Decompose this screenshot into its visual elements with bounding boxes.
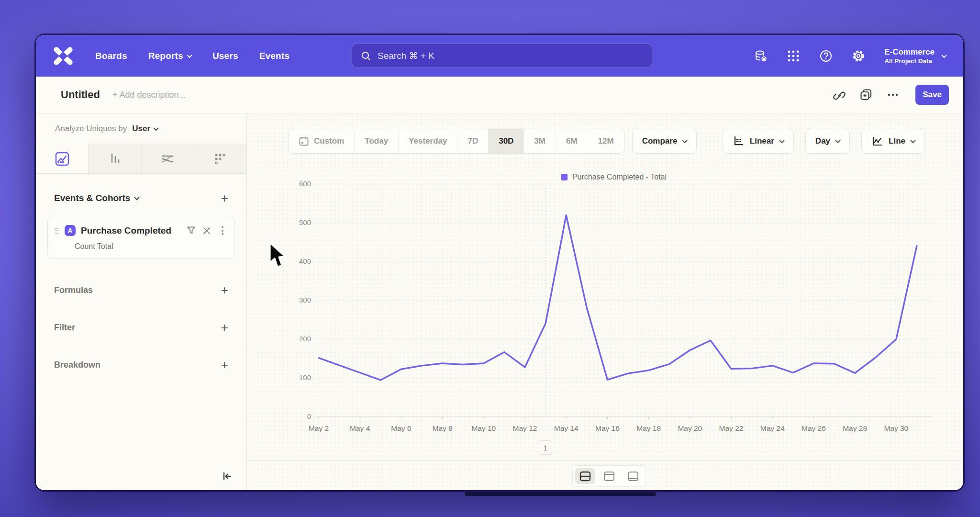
event-card[interactable]: A Purchase Completed bbox=[47, 217, 235, 259]
svg-text:300: 300 bbox=[299, 296, 311, 304]
svg-text:May 20: May 20 bbox=[678, 424, 702, 432]
svg-text:May 14: May 14 bbox=[554, 424, 579, 432]
svg-text:May 16: May 16 bbox=[595, 424, 620, 432]
search-input[interactable]: Search ⌘ + K bbox=[352, 44, 652, 68]
svg-text:May 18: May 18 bbox=[636, 424, 661, 432]
svg-text:May 22: May 22 bbox=[719, 424, 744, 432]
svg-text:May 26: May 26 bbox=[802, 424, 826, 432]
chevron-down-icon bbox=[941, 52, 947, 57]
project-scope: All Project Data bbox=[884, 57, 935, 65]
sidebar-section-formulas: Formulas+ bbox=[54, 284, 228, 296]
remove-event-icon[interactable] bbox=[201, 226, 212, 235]
add-filter-button[interactable]: + bbox=[221, 321, 228, 334]
nav-items: BoardsReportsUsersEvents bbox=[95, 51, 290, 61]
top-nav: BoardsReportsUsersEvents Search ⌘ + K bbox=[36, 35, 963, 77]
sidebar-section-filter: Filter+ bbox=[54, 321, 228, 334]
analyze-uniques-row[interactable]: Analyze Uniques by User bbox=[36, 113, 246, 144]
help-icon[interactable] bbox=[819, 49, 833, 63]
line-chart[interactable]: 0100200300400500600May 2May 4May 6May 8M… bbox=[287, 180, 940, 441]
date-range-yesterday[interactable]: Yesterday bbox=[399, 129, 457, 153]
event-letter-badge: A bbox=[65, 225, 76, 236]
date-range-7d[interactable]: 7D bbox=[457, 129, 489, 153]
page-scroll-bar[interactable] bbox=[465, 492, 656, 496]
legend-swatch bbox=[561, 174, 568, 180]
svg-text:May 2: May 2 bbox=[309, 424, 329, 432]
chart-type-button[interactable]: Line bbox=[861, 129, 925, 154]
chevron-down-icon bbox=[153, 125, 158, 130]
project-name: E-Commerce bbox=[884, 47, 935, 57]
mixpanel-logo-icon[interactable] bbox=[52, 46, 74, 66]
more-options-icon[interactable] bbox=[887, 89, 899, 101]
sidebar-sections: Formulas+Filter+Breakdown+ bbox=[36, 284, 246, 371]
copy-link-icon[interactable] bbox=[833, 89, 846, 101]
add-event-button[interactable]: + bbox=[221, 192, 228, 204]
line-chart-icon bbox=[871, 135, 883, 147]
scale-button[interactable]: Linear bbox=[723, 129, 794, 154]
nav-item-reports[interactable]: Reports bbox=[148, 51, 191, 61]
data-management-icon[interactable] bbox=[754, 49, 768, 63]
filter-funnel-icon[interactable] bbox=[186, 225, 196, 236]
add-description[interactable]: + Add description... bbox=[112, 90, 186, 100]
svg-text:500: 500 bbox=[299, 218, 311, 226]
save-button[interactable]: Save bbox=[915, 85, 949, 105]
legend-label: Purchase Completed - Total bbox=[572, 173, 667, 181]
calendar-icon bbox=[299, 136, 309, 146]
report-type-tabs bbox=[36, 144, 246, 174]
date-range-control: CustomTodayYesterday7D30D3M6M12M bbox=[288, 129, 624, 154]
svg-text:200: 200 bbox=[299, 335, 311, 343]
svg-text:May 30: May 30 bbox=[884, 424, 908, 432]
layout-toggle-group bbox=[572, 465, 646, 487]
tab-funnels[interactable] bbox=[89, 144, 141, 173]
interval-button[interactable]: Day bbox=[805, 129, 850, 154]
chevron-down-icon bbox=[134, 195, 140, 200]
svg-text:May 4: May 4 bbox=[350, 424, 370, 432]
report-title[interactable]: Untitled bbox=[61, 89, 100, 101]
tab-flows[interactable] bbox=[142, 144, 194, 173]
add-breakdown-button[interactable]: + bbox=[221, 359, 228, 371]
add-formulas-button[interactable]: + bbox=[221, 284, 228, 296]
date-range-6m[interactable]: 6M bbox=[556, 129, 588, 153]
drag-handle-icon[interactable] bbox=[54, 227, 59, 235]
layout-top-bar-icon[interactable] bbox=[599, 468, 619, 484]
apps-grid-icon[interactable] bbox=[787, 49, 800, 63]
date-range-30d[interactable]: 30D bbox=[489, 129, 524, 153]
svg-text:May 24: May 24 bbox=[760, 424, 785, 432]
annotation-marker[interactable]: 1 bbox=[539, 440, 552, 455]
search-icon bbox=[361, 51, 371, 61]
bottom-divider bbox=[247, 461, 963, 461]
events-cohorts-header[interactable]: Events & Cohorts + bbox=[54, 192, 228, 204]
date-range-today[interactable]: Today bbox=[355, 129, 399, 153]
nav-item-boards[interactable]: Boards bbox=[95, 51, 127, 61]
date-range-custom[interactable]: Custom bbox=[289, 129, 355, 153]
nav-item-users[interactable]: Users bbox=[212, 51, 238, 61]
date-range-3m[interactable]: 3M bbox=[524, 129, 556, 153]
settings-gear-icon[interactable] bbox=[852, 49, 865, 63]
svg-text:May 12: May 12 bbox=[513, 424, 537, 432]
collapse-sidebar-icon[interactable] bbox=[220, 469, 234, 483]
duplicate-icon[interactable] bbox=[860, 89, 872, 101]
app-window: BoardsReportsUsersEvents Search ⌘ + K bbox=[36, 35, 963, 490]
svg-text:600: 600 bbox=[299, 180, 311, 188]
analyze-label: Analyze Uniques by bbox=[55, 124, 127, 134]
layout-bottom-bar-icon[interactable] bbox=[623, 468, 643, 484]
svg-text:100: 100 bbox=[299, 373, 311, 382]
project-switcher[interactable]: E-Commerce All Project Data bbox=[884, 47, 946, 64]
nav-item-events[interactable]: Events bbox=[259, 51, 290, 61]
tab-insights[interactable] bbox=[36, 144, 89, 173]
event-metric[interactable]: Count Total bbox=[75, 242, 228, 251]
event-name[interactable]: Purchase Completed bbox=[81, 225, 180, 236]
search-placeholder: Search ⌘ + K bbox=[378, 50, 434, 61]
sidebar-section-breakdown: Breakdown+ bbox=[54, 359, 228, 371]
tab-retention[interactable] bbox=[194, 144, 246, 173]
report-titlebar: Untitled + Add description... bbox=[36, 77, 963, 113]
analyze-value: User bbox=[132, 124, 150, 134]
layout-split-horizontal-icon[interactable] bbox=[575, 468, 595, 484]
svg-text:May 6: May 6 bbox=[391, 424, 411, 432]
compare-button[interactable]: Compare bbox=[632, 129, 697, 154]
date-range-12m[interactable]: 12M bbox=[588, 129, 624, 153]
event-kebab-icon[interactable] bbox=[217, 226, 228, 236]
svg-text:May 28: May 28 bbox=[843, 424, 867, 432]
svg-text:400: 400 bbox=[299, 257, 311, 265]
svg-text:0: 0 bbox=[307, 412, 311, 420]
linear-axis-icon bbox=[733, 135, 744, 147]
